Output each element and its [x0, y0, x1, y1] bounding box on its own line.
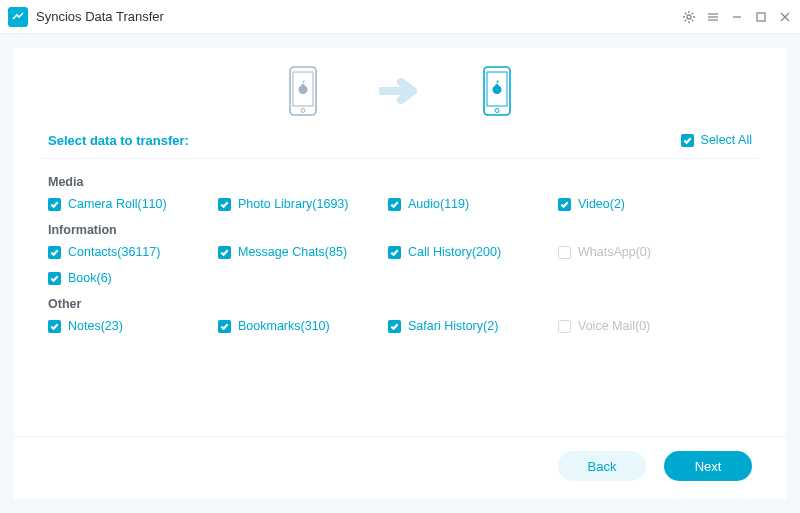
item-label: Call History(200)	[408, 245, 501, 259]
item-call-history[interactable]: Call History(200)	[388, 245, 558, 259]
item-label: Message Chats(85)	[238, 245, 347, 259]
section-title: Select data to transfer:	[48, 133, 189, 148]
group-title-media: Media	[48, 175, 752, 189]
divider	[42, 158, 758, 159]
device-illustration	[14, 48, 786, 130]
checkbox-icon[interactable]	[558, 198, 571, 211]
item-video[interactable]: Video(2)	[558, 197, 728, 211]
item-whatsapp: WhatsApp(0)	[558, 245, 728, 259]
checkbox-icon[interactable]	[218, 320, 231, 333]
app-logo	[8, 7, 28, 27]
back-button[interactable]: Back	[558, 451, 646, 481]
information-row-1: Contacts(36117) Message Chats(85) Call H…	[48, 245, 752, 259]
other-row-1: Notes(23) Bookmarks(310) Safari History(…	[48, 319, 752, 333]
checkbox-icon[interactable]	[48, 272, 61, 285]
item-label: Contacts(36117)	[68, 245, 160, 259]
content-area: Select data to transfer: Select All Medi…	[0, 34, 800, 513]
svg-point-10	[301, 109, 305, 113]
checkbox-icon[interactable]	[48, 246, 61, 259]
app-window: Syncios Data Transfer	[0, 0, 800, 513]
item-bookmarks[interactable]: Bookmarks(310)	[218, 319, 388, 333]
item-label: Safari History(2)	[408, 319, 498, 333]
main-panel: Select data to transfer: Select All Medi…	[14, 48, 786, 499]
item-label: Video(2)	[578, 197, 625, 211]
select-all-label: Select All	[701, 133, 752, 147]
footer-buttons: Back Next	[14, 436, 786, 499]
svg-point-0	[687, 15, 691, 19]
item-label: Bookmarks(310)	[238, 319, 330, 333]
item-label: Audio(119)	[408, 197, 469, 211]
next-button[interactable]: Next	[664, 451, 752, 481]
checkbox-icon[interactable]	[218, 198, 231, 211]
data-groups: Media Camera Roll(110) Photo Library(169…	[14, 169, 786, 436]
checkbox-icon	[558, 246, 571, 259]
item-photo-library[interactable]: Photo Library(1693)	[218, 197, 388, 211]
media-row-1: Camera Roll(110) Photo Library(1693) Aud…	[48, 197, 752, 211]
item-message-chats[interactable]: Message Chats(85)	[218, 245, 388, 259]
minimize-icon[interactable]	[730, 10, 744, 24]
item-label: Notes(23)	[68, 319, 123, 333]
item-book[interactable]: Book(6)	[48, 271, 218, 285]
titlebar-controls	[682, 10, 792, 24]
item-label: Voice Mail(0)	[578, 319, 650, 333]
information-row-2: Book(6)	[48, 271, 752, 285]
source-phone-icon	[287, 66, 319, 116]
close-icon[interactable]	[778, 10, 792, 24]
item-label: Photo Library(1693)	[238, 197, 348, 211]
item-voice-mail: Voice Mail(0)	[558, 319, 728, 333]
group-title-information: Information	[48, 223, 752, 237]
checkbox-icon	[558, 320, 571, 333]
item-audio[interactable]: Audio(119)	[388, 197, 558, 211]
item-notes[interactable]: Notes(23)	[48, 319, 218, 333]
item-camera-roll[interactable]: Camera Roll(110)	[48, 197, 218, 211]
checkbox-icon[interactable]	[388, 246, 401, 259]
checkbox-icon[interactable]	[218, 246, 231, 259]
checkbox-icon[interactable]	[388, 198, 401, 211]
item-label: WhatsApp(0)	[578, 245, 651, 259]
app-title: Syncios Data Transfer	[36, 9, 164, 24]
section-header: Select data to transfer: Select All	[14, 130, 786, 158]
checkbox-icon[interactable]	[388, 320, 401, 333]
menu-icon[interactable]	[706, 10, 720, 24]
checkbox-icon[interactable]	[48, 320, 61, 333]
titlebar: Syncios Data Transfer	[0, 0, 800, 34]
settings-icon[interactable]	[682, 10, 696, 24]
item-contacts[interactable]: Contacts(36117)	[48, 245, 218, 259]
checkbox-icon[interactable]	[48, 198, 61, 211]
target-phone-icon	[481, 66, 513, 116]
svg-rect-5	[757, 13, 765, 21]
group-title-other: Other	[48, 297, 752, 311]
maximize-icon[interactable]	[754, 10, 768, 24]
item-safari-history[interactable]: Safari History(2)	[388, 319, 558, 333]
select-all-checkbox[interactable]	[681, 134, 694, 147]
transfer-arrow-icon	[379, 78, 421, 104]
item-label: Book(6)	[68, 271, 112, 285]
select-all-toggle[interactable]: Select All	[681, 133, 752, 147]
svg-point-13	[495, 109, 499, 113]
item-label: Camera Roll(110)	[68, 197, 167, 211]
